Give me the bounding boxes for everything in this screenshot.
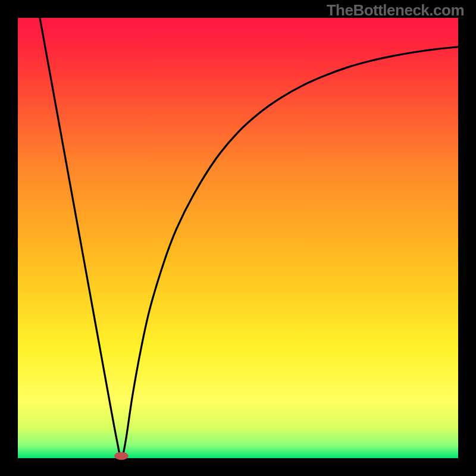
watermark-text: TheBottleneck.com (327, 1, 464, 20)
gradient-background (18, 18, 458, 458)
chart-container: TheBottleneck.com (0, 0, 476, 476)
bottleneck-chart (0, 0, 476, 476)
optimal-point-marker (114, 452, 129, 460)
